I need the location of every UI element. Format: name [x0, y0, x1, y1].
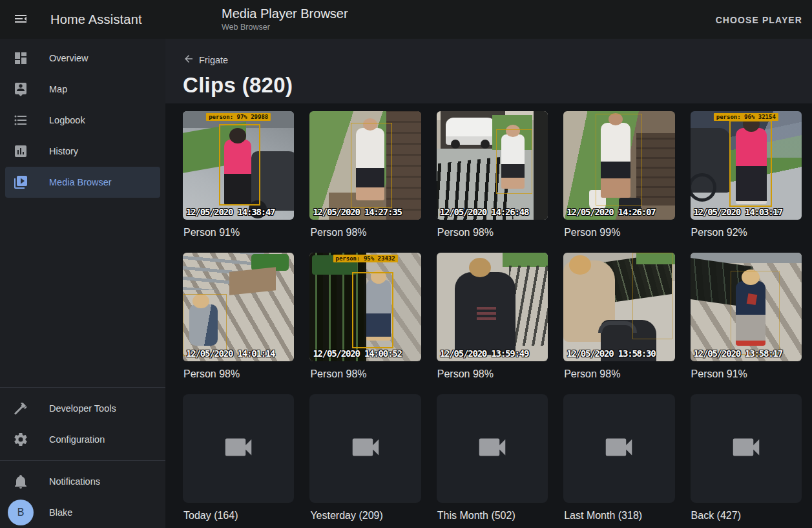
person-pin-icon	[13, 81, 28, 97]
detection-label: person: 96% 32154	[714, 113, 778, 121]
sidebar-spacer	[0, 198, 165, 382]
sidebar-item-map[interactable]: Map	[0, 74, 165, 105]
media-player-header: Media Player Browser Web Browser	[222, 5, 348, 32]
folder-card-yesterday[interactable]: Yesterday (209)	[309, 394, 421, 522]
clip-thumbnail: 12/05/2020 13:58:17	[691, 253, 802, 361]
clip-card[interactable]: person: 95% 23432 12/05/2020 14:00:52 Pe…	[309, 253, 421, 380]
sidebar: Overview Map Logbook History Media Brows…	[0, 39, 165, 528]
clip-thumbnail: person: 97% 29988 12/05/2020 14:38:47	[183, 111, 294, 220]
sidebar-item-label: Developer Tools	[49, 403, 116, 414]
clip-label: Person 98%	[183, 368, 294, 380]
arrow-left-icon	[183, 53, 194, 67]
chart-box-icon	[13, 143, 28, 159]
detection-box	[352, 272, 393, 348]
scene-shape	[598, 321, 637, 333]
detection-label: person: 95% 23432	[333, 255, 398, 262]
detection-box	[729, 120, 772, 207]
clip-label: Person 98%	[309, 368, 421, 380]
clip-thumbnail: person: 95% 23432 12/05/2020 14:00:52	[309, 253, 421, 361]
page-subtitle: Web Browser	[222, 23, 348, 32]
clip-label: Person 91%	[183, 227, 294, 238]
sidebar-divider	[0, 387, 165, 388]
sidebar-item-user[interactable]: B Blake	[0, 497, 165, 528]
video-camera-icon	[601, 430, 636, 467]
folder-card-back[interactable]: Back (427)	[691, 394, 802, 522]
clip-card[interactable]: 12/05/2020 13:58:30 Person 98%	[563, 253, 674, 380]
clip-thumbnail: person: 96% 32154 12/05/2020 14:03:17	[691, 111, 802, 220]
app-title: Home Assistant	[50, 12, 142, 27]
timestamp-overlay: 12/05/2020 14:26:07	[567, 207, 655, 217]
media-browser-content: Frigate Clips (820) person: 97% 29988 12…	[165, 39, 812, 528]
user-avatar: B	[8, 500, 34, 525]
clip-card[interactable]: 12/05/2020 14:27:35 Person 98%	[309, 111, 421, 238]
detection-box	[731, 271, 780, 355]
folder-card-last-month[interactable]: Last Month (318)	[563, 394, 674, 522]
sidebar-item-media-browser[interactable]: Media Browser	[5, 167, 160, 198]
media-grid: person: 97% 29988 12/05/2020 14:38:47 Pe…	[165, 103, 812, 522]
timestamp-overlay: 12/05/2020 13:59:49	[440, 348, 528, 359]
scene-car	[446, 118, 497, 145]
clip-label: Person 98%	[563, 368, 674, 380]
sidebar-item-label: Overview	[49, 53, 88, 63]
scene-shape	[503, 253, 548, 267]
timestamp-overlay: 12/05/2020 14:03:17	[694, 207, 782, 217]
breadcrumb-label: Frigate	[199, 55, 228, 65]
timestamp-overlay: 12/05/2020 13:58:17	[694, 348, 782, 359]
clip-card[interactable]: 12/05/2020 13:58:17 Person 91%	[691, 253, 802, 380]
clip-thumbnail: 12/05/2020 14:27:35	[309, 111, 421, 220]
sidebar-divider	[0, 460, 165, 461]
folder-thumbnail	[563, 394, 674, 503]
detection-label: person: 97% 29988	[206, 113, 271, 121]
clip-card[interactable]: 12/05/2020 14:26:48 Person 98%	[437, 111, 548, 238]
folder-card-this-month[interactable]: This Month (502)	[437, 394, 548, 522]
sidebar-item-label: Configuration	[49, 434, 105, 445]
timestamp-overlay: 12/05/2020 14:26:48	[440, 207, 528, 217]
folder-label: Last Month (318)	[563, 510, 674, 522]
top-app-bar: Home Assistant Media Player Browser Web …	[0, 0, 812, 39]
clip-card[interactable]: person: 97% 29988 12/05/2020 14:38:47 Pe…	[183, 111, 294, 238]
timestamp-overlay: 12/05/2020 14:27:35	[313, 207, 401, 217]
page-title: Media Player Browser	[222, 5, 348, 22]
clip-label: Person 98%	[437, 368, 548, 380]
sidebar-item-notifications[interactable]: Notifications	[0, 466, 165, 497]
menu-open-button[interactable]	[5, 4, 36, 35]
choose-player-button[interactable]: CHOOSE PLAYER	[716, 9, 802, 31]
sidebar-item-history[interactable]: History	[0, 136, 165, 167]
video-camera-icon	[475, 430, 510, 467]
clip-card[interactable]: 12/05/2020 14:01:14 Person 98%	[183, 253, 294, 380]
timestamp-overlay: 12/05/2020 14:01:14	[186, 348, 275, 359]
video-camera-icon	[221, 430, 256, 467]
folder-thumbnail	[691, 394, 802, 503]
detection-box	[596, 114, 642, 206]
clip-thumbnail: 12/05/2020 14:01:14	[183, 253, 294, 361]
timestamp-overlay: 12/05/2020 13:58:30	[567, 348, 655, 359]
folder-card-today[interactable]: Today (164)	[183, 394, 294, 522]
content-header: Frigate Clips (820)	[165, 39, 812, 103]
scene-shape	[534, 111, 548, 220]
folder-thumbnail	[437, 394, 548, 503]
breadcrumb-back[interactable]: Frigate	[183, 53, 228, 67]
scene-stroller	[691, 128, 731, 193]
folder-label: Yesterday (209)	[309, 510, 421, 522]
sidebar-item-logbook[interactable]: Logbook	[0, 105, 165, 136]
sidebar-item-label: Media Browser	[49, 177, 112, 187]
clip-card[interactable]: 12/05/2020 14:26:07 Person 99%	[563, 111, 674, 238]
clip-card[interactable]: 12/05/2020 13:59:49 Person 98%	[437, 253, 548, 380]
sidebar-item-label: Notifications	[49, 476, 100, 487]
format-list-bulleted-icon	[13, 112, 28, 128]
sidebar-item-configuration[interactable]: Configuration	[0, 424, 165, 455]
clip-label: Person 98%	[437, 227, 548, 238]
clip-thumbnail: 12/05/2020 13:59:49	[437, 253, 548, 361]
video-camera-icon	[729, 430, 764, 467]
sidebar-item-developer-tools[interactable]: Developer Tools	[0, 393, 165, 424]
sidebar-item-overview[interactable]: Overview	[0, 43, 165, 74]
clip-thumbnail: 12/05/2020 13:58:30	[563, 253, 674, 361]
bell-icon	[13, 474, 28, 489]
hammer-icon	[13, 401, 28, 416]
play-box-multiple-icon	[13, 174, 28, 190]
clip-thumbnail: 12/05/2020 14:26:48	[437, 111, 548, 220]
scene-shape	[477, 306, 496, 320]
clip-card[interactable]: person: 96% 32154 12/05/2020 14:03:17 Pe…	[691, 111, 802, 238]
timestamp-overlay: 12/05/2020 14:00:52	[313, 348, 401, 359]
folder-label: Back (427)	[691, 510, 802, 522]
